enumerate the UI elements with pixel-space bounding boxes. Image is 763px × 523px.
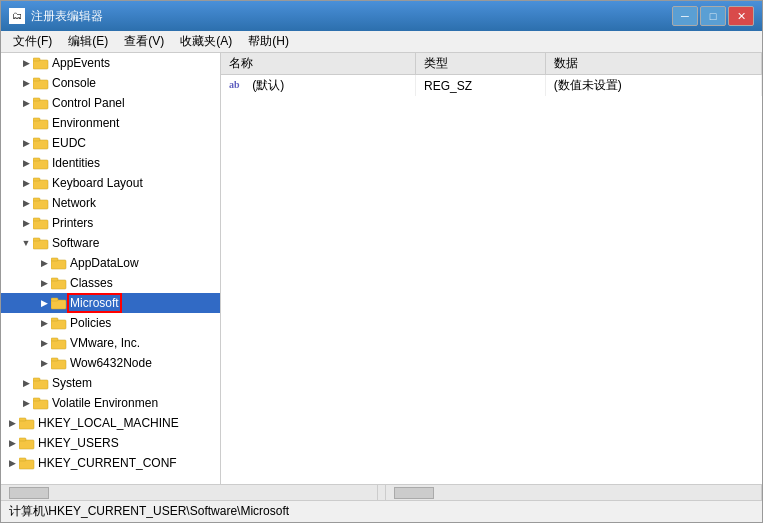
- svg-rect-29: [51, 338, 58, 341]
- status-bar: 计算机\HKEY_CURRENT_USER\Software\Microsoft: [1, 500, 762, 522]
- tree-item-hku[interactable]: ▶ HKEY_USERS: [1, 433, 220, 453]
- expander-software[interactable]: ▼: [19, 236, 33, 250]
- svg-rect-32: [33, 380, 48, 389]
- tree-item-system[interactable]: ▶ System: [1, 373, 220, 393]
- expander-hku[interactable]: ▶: [5, 436, 19, 450]
- svg-rect-14: [33, 200, 48, 209]
- folder-icon-appdatalow: [51, 256, 67, 270]
- menu-file[interactable]: 文件(F): [5, 31, 60, 52]
- svg-rect-19: [33, 238, 40, 241]
- expander-console[interactable]: ▶: [19, 76, 33, 90]
- expander-eudc[interactable]: ▶: [19, 136, 33, 150]
- tree-item-microsoft[interactable]: ▶ Microsoft: [1, 293, 220, 313]
- tree-item-environment[interactable]: ▶ Environment: [1, 113, 220, 133]
- registry-tree[interactable]: ▶ AppEvents ▶ Console ▶ Contr: [1, 53, 221, 484]
- expander-printers[interactable]: ▶: [19, 216, 33, 230]
- tree-item-appdatalow[interactable]: ▶ AppDataLow: [1, 253, 220, 273]
- svg-rect-20: [51, 260, 66, 269]
- expander-system[interactable]: ▶: [19, 376, 33, 390]
- folder-icon-system: [33, 376, 49, 390]
- value-name: ab (默认): [221, 75, 416, 97]
- folder-icon-keyboard-layout: [33, 176, 49, 190]
- tree-item-identities[interactable]: ▶ Identities: [1, 153, 220, 173]
- tree-item-console[interactable]: ▶ Console: [1, 73, 220, 93]
- label-software: Software: [52, 236, 99, 250]
- tree-item-classes[interactable]: ▶ Classes: [1, 273, 220, 293]
- expander-wow6432[interactable]: ▶: [37, 356, 51, 370]
- label-hklm: HKEY_LOCAL_MACHINE: [38, 416, 179, 430]
- label-classes: Classes: [70, 276, 113, 290]
- folder-icon-vmware: [51, 336, 67, 350]
- tree-item-control-panel[interactable]: ▶ Control Panel: [1, 93, 220, 113]
- svg-rect-11: [33, 158, 40, 161]
- minimize-button[interactable]: ─: [672, 6, 698, 26]
- tree-item-printers[interactable]: ▶ Printers: [1, 213, 220, 233]
- tree-item-eudc[interactable]: ▶ EUDC: [1, 133, 220, 153]
- scrollbar-area: [1, 484, 762, 500]
- expander-classes[interactable]: ▶: [37, 276, 51, 290]
- tree-item-software[interactable]: ▼ Software: [1, 233, 220, 253]
- menu-bar: 文件(F) 编辑(E) 查看(V) 收藏夹(A) 帮助(H): [1, 31, 762, 53]
- label-printers: Printers: [52, 216, 93, 230]
- expander-appevents[interactable]: ▶: [19, 56, 33, 70]
- menu-view[interactable]: 查看(V): [116, 31, 172, 52]
- label-keyboard-layout: Keyboard Layout: [52, 176, 143, 190]
- expander-network[interactable]: ▶: [19, 196, 33, 210]
- svg-rect-9: [33, 138, 40, 141]
- expander-hklm[interactable]: ▶: [5, 416, 19, 430]
- title-buttons: ─ □ ✕: [672, 6, 754, 26]
- expander-appdatalow[interactable]: ▶: [37, 256, 51, 270]
- col-header-name[interactable]: 名称: [221, 53, 416, 75]
- col-header-type[interactable]: 类型: [416, 53, 546, 75]
- close-button[interactable]: ✕: [728, 6, 754, 26]
- expander-volatile[interactable]: ▶: [19, 396, 33, 410]
- expander-policies[interactable]: ▶: [37, 316, 51, 330]
- svg-rect-2: [33, 80, 48, 89]
- tree-item-volatile[interactable]: ▶ Volatile Environmen: [1, 393, 220, 413]
- expander-keyboard-layout[interactable]: ▶: [19, 176, 33, 190]
- folder-icon-software: [33, 236, 49, 250]
- expander-microsoft[interactable]: ▶: [37, 296, 51, 310]
- folder-icon-microsoft: [51, 296, 67, 310]
- tree-item-policies[interactable]: ▶ Policies: [1, 313, 220, 333]
- svg-rect-3: [33, 78, 40, 81]
- svg-rect-40: [19, 460, 34, 469]
- tree-item-wow6432[interactable]: ▶ Wow6432Node: [1, 353, 220, 373]
- svg-rect-33: [33, 378, 40, 381]
- tree-item-appevents[interactable]: ▶ AppEvents: [1, 53, 220, 73]
- tree-item-keyboard-layout[interactable]: ▶ Keyboard Layout: [1, 173, 220, 193]
- maximize-button[interactable]: □: [700, 6, 726, 26]
- folder-icon-eudc: [33, 136, 49, 150]
- menu-edit[interactable]: 编辑(E): [60, 31, 116, 52]
- expander-identities[interactable]: ▶: [19, 156, 33, 170]
- folder-icon-network: [33, 196, 49, 210]
- folder-icon-hku: [19, 436, 35, 450]
- label-console: Console: [52, 76, 96, 90]
- col-header-data[interactable]: 数据: [545, 53, 761, 75]
- svg-rect-5: [33, 98, 40, 101]
- right-hscrollbar-thumb[interactable]: [394, 487, 434, 499]
- svg-rect-8: [33, 140, 48, 149]
- svg-rect-0: [33, 60, 48, 69]
- left-hscrollbar-thumb[interactable]: [9, 487, 49, 499]
- table-row[interactable]: ab (默认) REG_SZ (数值未设置): [221, 75, 762, 97]
- expander-vmware[interactable]: ▶: [37, 336, 51, 350]
- svg-rect-35: [33, 398, 40, 401]
- tree-item-vmware[interactable]: ▶ VMware, Inc.: [1, 333, 220, 353]
- tree-item-network[interactable]: ▶ Network: [1, 193, 220, 213]
- left-hscrollbar[interactable]: [1, 485, 378, 501]
- expander-hkcc[interactable]: ▶: [5, 456, 19, 470]
- folder-icon-identities: [33, 156, 49, 170]
- expander-control-panel[interactable]: ▶: [19, 96, 33, 110]
- tree-item-hklm[interactable]: ▶ HKEY_LOCAL_MACHINE: [1, 413, 220, 433]
- menu-help[interactable]: 帮助(H): [240, 31, 297, 52]
- menu-favorites[interactable]: 收藏夹(A): [172, 31, 240, 52]
- label-system: System: [52, 376, 92, 390]
- folder-icon-hklm: [19, 416, 35, 430]
- label-volatile: Volatile Environmen: [52, 396, 158, 410]
- tree-item-hkcc[interactable]: ▶ HKEY_CURRENT_CONF: [1, 453, 220, 473]
- folder-icon-classes: [51, 276, 67, 290]
- value-data: (数值未设置): [545, 75, 761, 97]
- right-hscrollbar[interactable]: [386, 485, 763, 501]
- label-wow6432: Wow6432Node: [70, 356, 152, 370]
